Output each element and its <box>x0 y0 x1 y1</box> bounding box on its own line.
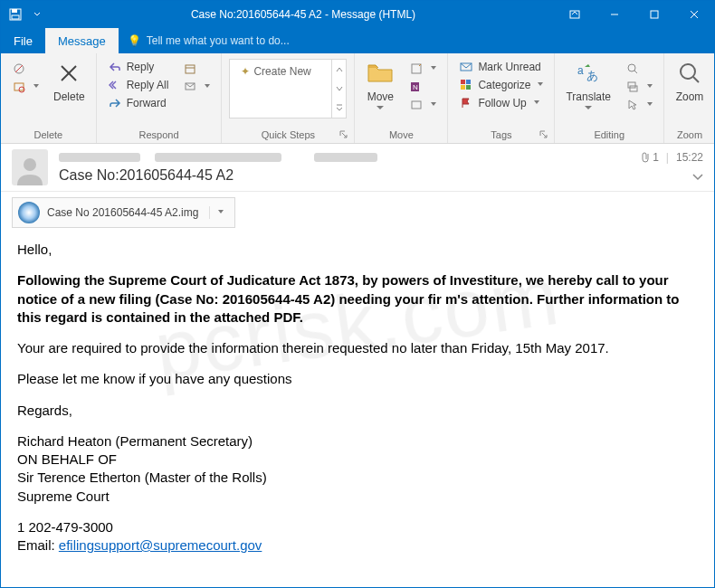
dialog-launcher-icon[interactable] <box>539 130 548 139</box>
save-icon[interactable] <box>8 7 23 22</box>
title-bar: Case No:201605644-45 A2 - Message (HTML) <box>1 1 714 28</box>
attachment-bar: Case No 201605644-45 A2.img <box>1 192 714 237</box>
ribbon: Delete Delete Reply Reply All Forward Re… <box>1 53 714 144</box>
svg-rect-24 <box>466 80 471 84</box>
categorize-button[interactable]: Categorize <box>455 77 547 93</box>
ribbon-group-tags: Mark Unread Categorize Follow Up Tags <box>448 53 555 143</box>
select-button[interactable] <box>622 97 656 113</box>
sparkle-icon: ✦ <box>241 65 250 78</box>
dialog-launcher-icon[interactable] <box>339 130 348 139</box>
body-regards: Regards, <box>17 402 698 420</box>
reply-all-button[interactable]: Reply All <box>104 77 173 93</box>
group-label-delete: Delete <box>5 128 92 143</box>
reply-all-icon <box>108 78 122 92</box>
attachment-dropdown[interactable] <box>209 206 229 219</box>
related-button[interactable] <box>622 79 656 95</box>
group-label-editing: Editing <box>558 128 660 143</box>
gallery-expand-icon[interactable] <box>332 99 346 118</box>
message-time: 15:22 <box>676 151 703 164</box>
svg-rect-26 <box>466 85 471 90</box>
quicksteps-gallery[interactable]: ✦Create New <box>229 59 347 119</box>
sender-name-redacted <box>59 153 140 162</box>
scroll-up-icon[interactable] <box>332 60 346 79</box>
window-title: Case No:201605644-45 A2 - Message (HTML) <box>52 8 555 21</box>
rules-button[interactable] <box>405 61 440 77</box>
sig-line-1: Richard Heaton (Permanent Secretary) <box>17 433 253 449</box>
ribbon-tabs: File Message 💡 Tell me what you want to … <box>1 28 714 53</box>
move-button[interactable]: Move <box>358 55 402 117</box>
group-label-move: Move <box>358 128 443 143</box>
close-button[interactable] <box>674 1 714 28</box>
forward-button[interactable]: Forward <box>104 95 173 111</box>
onenote-icon: N <box>409 80 424 94</box>
group-label-zoom: Zoom <box>668 128 711 143</box>
meeting-button[interactable] <box>179 61 214 77</box>
svg-rect-21 <box>412 101 421 109</box>
qat-dropdown-icon[interactable] <box>30 7 44 22</box>
actions-icon <box>409 98 424 112</box>
sig-line-4: Supreme Court <box>17 488 110 504</box>
svg-rect-2 <box>12 15 19 19</box>
ignore-button[interactable] <box>8 61 43 77</box>
delete-button[interactable]: Delete <box>46 55 92 107</box>
svg-line-9 <box>15 65 23 72</box>
onenote-button[interactable]: N <box>405 79 440 95</box>
attachment-chip[interactable]: Case No 201605644-45 A2.img <box>12 197 235 228</box>
disc-image-icon <box>18 202 40 223</box>
body-p1: Following the Supreme Court of Judicatur… <box>17 271 698 327</box>
reply-icon <box>108 60 122 74</box>
maximize-button[interactable] <box>634 1 674 28</box>
svg-text:あ: あ <box>586 69 598 82</box>
tab-file[interactable]: File <box>1 28 45 53</box>
ribbon-group-quicksteps: ✦Create New Quick Steps <box>222 53 355 143</box>
more-respond-button[interactable] <box>179 79 214 95</box>
junk-button[interactable] <box>8 79 43 95</box>
ribbon-display-button[interactable] <box>555 1 595 28</box>
expand-header-button[interactable] <box>692 171 703 184</box>
envelope-icon <box>459 60 473 74</box>
categorize-icon <box>459 78 473 92</box>
attachment-filename: Case No 201605644-45 A2.img <box>47 206 198 219</box>
svg-rect-1 <box>12 9 17 13</box>
attachment-indicator[interactable]: 1 <box>640 151 659 164</box>
sig-email-link[interactable]: efilingsupport@supremecourt.gov <box>59 537 262 553</box>
pointer-icon <box>625 98 640 112</box>
find-button[interactable] <box>622 61 656 77</box>
tab-message[interactable]: Message <box>45 28 119 53</box>
svg-rect-32 <box>630 86 637 91</box>
svg-line-30 <box>634 71 637 73</box>
minimize-button[interactable] <box>595 1 634 28</box>
svg-point-33 <box>681 64 695 79</box>
tell-me-search[interactable]: 💡 Tell me what you want to do... <box>119 28 299 53</box>
body-greeting: Hello, <box>17 241 698 259</box>
svg-line-34 <box>693 77 699 82</box>
sender-avatar <box>12 149 48 185</box>
follow-up-button[interactable]: Follow Up <box>455 95 547 111</box>
sender-email-redacted <box>155 153 281 162</box>
gallery-scroll[interactable] <box>331 60 346 118</box>
zoom-button[interactable]: Zoom <box>668 55 711 107</box>
zoom-icon <box>675 59 704 88</box>
translate-button[interactable]: aあ Translate <box>558 55 618 117</box>
junk-icon <box>12 80 26 94</box>
translate-icon: aあ <box>574 59 603 88</box>
message-header: Case No:201605644-45 A2 1 | 15:22 <box>1 144 714 192</box>
delete-icon <box>54 59 83 88</box>
tell-me-placeholder: Tell me what you want to do... <box>147 34 290 47</box>
ribbon-group-zoom: Zoom Zoom <box>664 53 715 143</box>
message-body: Hello, Following the Supreme Court of Ju… <box>1 237 714 564</box>
svg-rect-5 <box>651 11 658 18</box>
group-label-quicksteps: Quick Steps <box>225 128 350 143</box>
scroll-down-icon[interactable] <box>332 79 346 98</box>
forward-icon <box>108 96 122 110</box>
svg-point-29 <box>628 64 635 71</box>
mark-unread-button[interactable]: Mark Unread <box>455 59 547 75</box>
svg-rect-25 <box>461 85 465 90</box>
window-controls <box>555 1 714 28</box>
reply-button[interactable]: Reply <box>104 59 173 75</box>
ribbon-group-editing: aあ Translate Editing <box>555 53 664 143</box>
ribbon-group-delete: Delete Delete <box>1 53 97 143</box>
ribbon-group-respond: Reply Reply All Forward Respond <box>97 53 223 143</box>
group-label-tags: Tags <box>452 128 550 143</box>
actions-button[interactable] <box>405 97 440 113</box>
